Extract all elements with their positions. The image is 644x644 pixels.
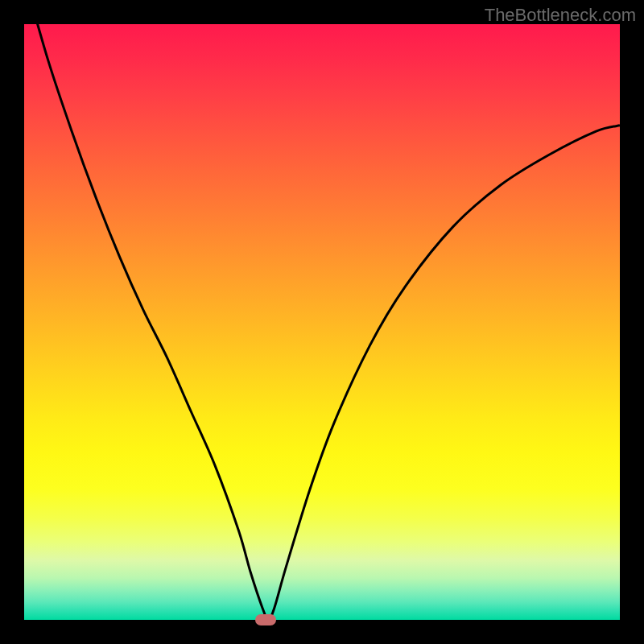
bottleneck-curve: [24, 24, 620, 620]
watermark-text: TheBottleneck.com: [485, 5, 636, 26]
optimal-point-marker: [255, 614, 276, 625]
plot-area: [24, 24, 620, 620]
